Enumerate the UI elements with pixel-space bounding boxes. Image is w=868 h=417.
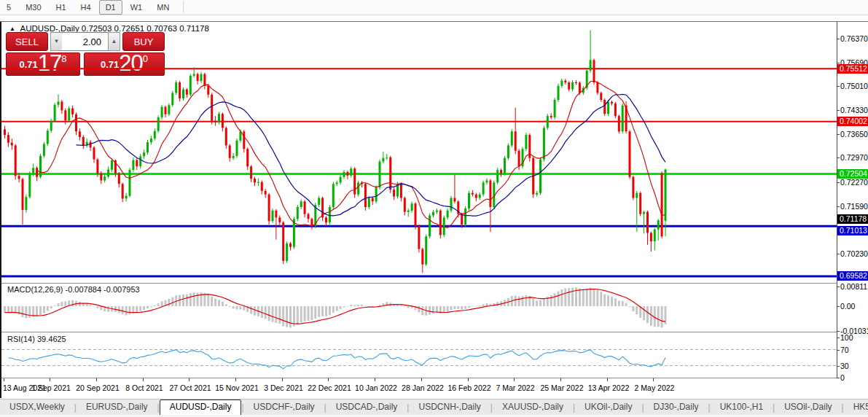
date-label: 7 Mar 2022 bbox=[491, 383, 539, 392]
panel-separator[interactable] bbox=[1, 283, 837, 284]
price-tick-mark bbox=[837, 157, 840, 158]
rsi-tick-mark bbox=[837, 366, 840, 367]
price-tick-label: 0.71590 bbox=[840, 202, 868, 211]
date-label: 1 Sep 2021 bbox=[27, 383, 75, 392]
price-tick-label: 0.75010 bbox=[840, 82, 868, 90]
rsi-tick-mark bbox=[837, 350, 840, 351]
date-tick-mark bbox=[282, 378, 283, 381]
panel-separator bbox=[1, 378, 837, 378]
date-tick-mark bbox=[235, 378, 236, 381]
price-tick-mark bbox=[837, 39, 840, 39]
rsi-panel[interactable] bbox=[1, 333, 837, 378]
date-tick-mark bbox=[96, 378, 97, 381]
price-tick-label: 0.76370 bbox=[840, 34, 868, 43]
price-tick-label: 0.70230 bbox=[840, 249, 868, 258]
price-tick-mark bbox=[837, 110, 840, 111]
tab-audusd-daily[interactable]: AUDUSD-,Daily bbox=[160, 400, 242, 416]
date-label: 8 Oct 2021 bbox=[120, 383, 168, 392]
date-tick-mark bbox=[375, 378, 375, 381]
date-label: 28 Jan 2022 bbox=[399, 383, 447, 392]
price-tick-mark bbox=[837, 254, 840, 254]
macd-tick-mark bbox=[837, 287, 840, 287]
tab-ukoil-daily[interactable]: UKOil-,Daily bbox=[575, 400, 641, 416]
date-label: 13 Apr 2022 bbox=[584, 383, 633, 392]
price-tick-label: 0.74330 bbox=[840, 106, 868, 114]
date-label: 16 Feb 2022 bbox=[445, 383, 493, 392]
price-tick-label: 0.72270 bbox=[840, 178, 868, 187]
price-tick-label: 0.72970 bbox=[840, 153, 868, 162]
price-chart[interactable] bbox=[1, 22, 837, 283]
macd-indicator-label: MACD(12,26,9) -0.007884 -0.007953 bbox=[7, 285, 140, 294]
price-tick-label: 0.73650 bbox=[840, 130, 868, 139]
date-tick-mark bbox=[421, 378, 422, 381]
rsi-axis-label: 0 bbox=[840, 373, 868, 382]
tab-usdcnh-daily[interactable]: USDCNH-,Daily bbox=[409, 400, 490, 416]
symbol-tab-bar: USDX,Weekly|EURUSD-,Daily|AUDUSD-,Daily|… bbox=[0, 399, 868, 416]
date-label: 10 Jan 2022 bbox=[352, 383, 400, 392]
date-tick-mark bbox=[607, 378, 608, 381]
timeframe-button-mn[interactable]: MN bbox=[150, 0, 176, 15]
date-label: 15 Nov 2021 bbox=[213, 383, 261, 392]
price-badge-0.71178: 0.71178 bbox=[837, 214, 868, 224]
date-label: 2 May 2022 bbox=[630, 383, 679, 392]
date-tick-mark bbox=[514, 378, 515, 381]
tab-usdx-weekly[interactable]: USDX,Weekly bbox=[0, 400, 74, 416]
rsi-indicator-label: RSI(14) 39.4625 bbox=[7, 335, 66, 343]
price-axis-border bbox=[837, 22, 837, 378]
macd-values: -0.007884 -0.007953 bbox=[65, 285, 139, 294]
price-badge-0.75512: 0.75512 bbox=[837, 64, 868, 74]
date-label: 22 Dec 2021 bbox=[305, 383, 353, 392]
toolbar-separator bbox=[183, 1, 184, 13]
date-label: 27 Oct 2021 bbox=[166, 383, 214, 392]
tab-dj30-daily[interactable]: DJ30-,Daily bbox=[644, 400, 708, 416]
timeframe-button-h4[interactable]: H4 bbox=[74, 0, 98, 15]
tab-uk100-h1[interactable]: UK100-,H1 bbox=[711, 400, 773, 416]
macd-axis-label: 0.00 bbox=[840, 302, 868, 311]
timeframe-toolbar: 5M30H1H4D1W1MN bbox=[0, 0, 868, 15]
date-label: 20 Sep 2021 bbox=[74, 383, 122, 392]
date-label: 3 Dec 2021 bbox=[259, 383, 308, 392]
rsi-axis-label: 100 bbox=[840, 333, 868, 342]
rsi-axis-label: 30 bbox=[840, 362, 868, 370]
timeframe-button-m30[interactable]: M30 bbox=[19, 0, 47, 15]
date-tick-mark bbox=[468, 378, 469, 381]
tab-usdchf-daily[interactable]: USDCHF-,Daily bbox=[244, 400, 324, 416]
price-tick-mark bbox=[837, 206, 840, 207]
timeframe-button-w1[interactable]: W1 bbox=[124, 0, 149, 15]
price-tick-mark bbox=[837, 134, 840, 135]
macd-axis-label: 0.00811 bbox=[840, 282, 868, 291]
macd-tick-mark bbox=[837, 331, 840, 332]
price-badge-0.71013: 0.71013 bbox=[837, 226, 868, 235]
timeframe-button-h1[interactable]: H1 bbox=[50, 0, 73, 15]
timeframe-button-5[interactable]: 5 bbox=[0, 0, 17, 15]
date-tick-mark bbox=[328, 378, 329, 381]
rsi-value: 39.4625 bbox=[37, 335, 66, 343]
price-tick-mark bbox=[837, 86, 840, 87]
price-tick-mark bbox=[837, 182, 840, 183]
panel-separator[interactable] bbox=[1, 332, 837, 332]
price-badge-0.74002: 0.74002 bbox=[837, 117, 868, 126]
tab-usdcad-daily[interactable]: USDCAD-,Daily bbox=[327, 400, 407, 416]
tab-eurusd-daily[interactable]: EURUSD-,Daily bbox=[77, 400, 157, 416]
rsi-axis-label: 70 bbox=[840, 346, 868, 354]
tab-xauusd-daily[interactable]: XAUUSD-,Daily bbox=[493, 400, 573, 416]
rsi-tick-mark bbox=[837, 338, 840, 338]
date-tick-mark bbox=[4, 378, 4, 381]
date-tick-mark bbox=[189, 378, 189, 381]
date-label: 25 Mar 2022 bbox=[538, 383, 586, 392]
date-tick-mark bbox=[560, 378, 561, 381]
date-tick-mark bbox=[50, 378, 50, 381]
tab-usoil-daily[interactable]: USOil-,Daily bbox=[775, 400, 841, 416]
timeframe-button-d1[interactable]: D1 bbox=[99, 0, 122, 15]
macd-tick-mark bbox=[837, 306, 840, 307]
price-badge-0.72504: 0.72504 bbox=[837, 169, 868, 179]
price-badge-0.69582: 0.69582 bbox=[837, 271, 868, 281]
date-tick-mark bbox=[143, 378, 144, 381]
date-tick-mark bbox=[653, 378, 654, 381]
tab-hk50[interactable]: HK50-, bbox=[844, 400, 868, 416]
rsi-tick-mark bbox=[837, 378, 840, 378]
price-tick-mark bbox=[837, 63, 840, 63]
